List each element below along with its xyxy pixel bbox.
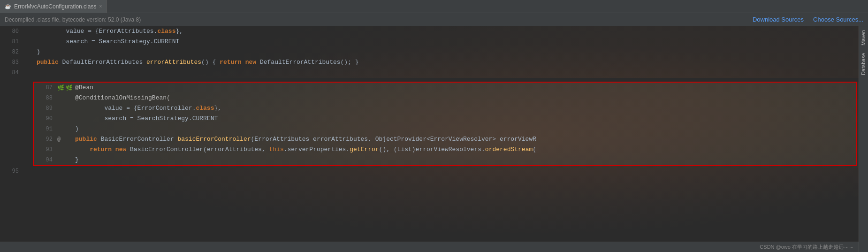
- code-line-89: 89 value = {ErrorController.class},: [34, 103, 856, 114]
- line-content-87: @Bean: [71, 83, 856, 93]
- gutter-84: [23, 68, 33, 78]
- info-bar-actions: Download Sources Choose Sources...: [753, 16, 863, 23]
- line-content-93: return new BasicErrorController(errorAtt…: [71, 145, 856, 155]
- code-line-91: 91 ): [34, 124, 856, 134]
- line-content-94: }: [71, 155, 856, 165]
- code-line-81: 81 search = SearchStrategy.CURRENT: [0, 37, 859, 47]
- line-num-80: 80: [0, 26, 23, 37]
- code-line-92: 92 @ public BasicErrorController basicEr…: [34, 134, 856, 145]
- line-num-84: 84: [0, 68, 23, 78]
- tab-label: ErrorMvcAutoConfiguration.class: [14, 3, 96, 10]
- gutter-83: [23, 57, 33, 68]
- at-marker: @: [57, 136, 61, 143]
- code-line-93: 93 return new BasicErrorController(error…: [34, 145, 856, 155]
- code-line-95: 95: [0, 166, 859, 176]
- java-class-icon: ☕: [5, 3, 11, 9]
- line-content-92: public BasicErrorController basicErrorCo…: [71, 134, 856, 145]
- line-num-95: 95: [0, 166, 23, 176]
- line-content-80: value = {ErrorAttributes.class},: [33, 26, 859, 37]
- status-bar-text: CSDN @owo 在学习的路上越走越远～～: [760, 244, 854, 251]
- gutter-93: [57, 145, 71, 155]
- line-num-92: 92: [34, 134, 57, 145]
- code-line-90: 90 search = SearchStrategy.CURRENT: [34, 114, 856, 124]
- line-content-84: [33, 68, 859, 78]
- line-num-89: 89: [34, 103, 57, 114]
- highlighted-block: 87 🌿 🌿 @Bean 88 @ConditionalOnMissingBea…: [33, 82, 857, 166]
- line-content-82: ): [33, 47, 859, 57]
- gutter-90: [57, 114, 71, 124]
- code-line-87: 87 🌿 🌿 @Bean: [34, 83, 856, 93]
- tab-bar: ☕ ErrorMvcAutoConfiguration.class ×: [0, 0, 868, 13]
- bean-gutter-icon: 🌿: [57, 84, 64, 92]
- line-content-83: public DefaultErrorAttributes errorAttri…: [33, 57, 859, 68]
- gutter-81: [23, 37, 33, 47]
- info-bar: Decompiled .class file, bytecode version…: [0, 13, 868, 26]
- code-line-82: 82 ): [0, 47, 859, 57]
- line-content-88: @ConditionalOnMissingBean(: [71, 93, 856, 103]
- line-separator: [0, 78, 859, 82]
- line-num-94: 94: [34, 155, 57, 165]
- line-num-90: 90: [34, 114, 57, 124]
- sidebar-tab-maven[interactable]: Maven: [859, 26, 868, 49]
- code-area: 80 value = {ErrorAttributes.class}, 81 s…: [0, 26, 859, 252]
- gutter-82: [23, 47, 33, 57]
- gutter-88: [57, 93, 71, 103]
- line-num-88: 88: [34, 93, 57, 103]
- download-sources-link[interactable]: Download Sources: [753, 16, 804, 23]
- line-content-89: value = {ErrorController.class},: [71, 103, 856, 114]
- line-num-83: 83: [0, 57, 23, 68]
- code-container: 80 value = {ErrorAttributes.class}, 81 s…: [0, 26, 859, 176]
- sidebar-tab-database[interactable]: Database: [859, 49, 868, 79]
- code-line-94: 94 }: [34, 155, 856, 165]
- line-num-82: 82: [0, 47, 23, 57]
- line-content-81: search = SearchStrategy.CURRENT: [33, 37, 859, 47]
- line-num-93: 93: [34, 145, 57, 155]
- line-num-81: 81: [0, 37, 23, 47]
- line-content-91: ): [71, 124, 856, 134]
- tab-close-button[interactable]: ×: [99, 4, 102, 9]
- main-content: 80 value = {ErrorAttributes.class}, 81 s…: [0, 26, 868, 252]
- line-content-90: search = SearchStrategy.CURRENT: [71, 114, 856, 124]
- code-line-83: 83 public DefaultErrorAttributes errorAt…: [0, 57, 859, 68]
- choose-sources-link[interactable]: Choose Sources...: [813, 16, 863, 23]
- right-sidebar: Maven Database: [859, 26, 868, 252]
- gutter-95: [23, 166, 33, 176]
- gutter-94: [57, 155, 71, 165]
- line-num-87: 87: [34, 83, 57, 93]
- gutter-87: 🌿 🌿: [57, 83, 71, 93]
- file-tab[interactable]: ☕ ErrorMvcAutoConfiguration.class ×: [0, 0, 107, 13]
- status-bar: CSDN @owo 在学习的路上越走越远～～: [0, 242, 859, 252]
- gutter-89: [57, 103, 71, 114]
- gutter-92: @: [57, 134, 71, 145]
- code-line-80: 80 value = {ErrorAttributes.class},: [0, 26, 859, 37]
- decompiled-info-text: Decompiled .class file, bytecode version…: [5, 16, 141, 23]
- code-line-88: 88 @ConditionalOnMissingBean(: [34, 93, 856, 103]
- code-line-84: 84: [0, 68, 859, 78]
- gutter-80: [23, 26, 33, 37]
- line-content-95: [33, 166, 859, 176]
- line-num-91: 91: [34, 124, 57, 134]
- gutter-91: [57, 124, 71, 134]
